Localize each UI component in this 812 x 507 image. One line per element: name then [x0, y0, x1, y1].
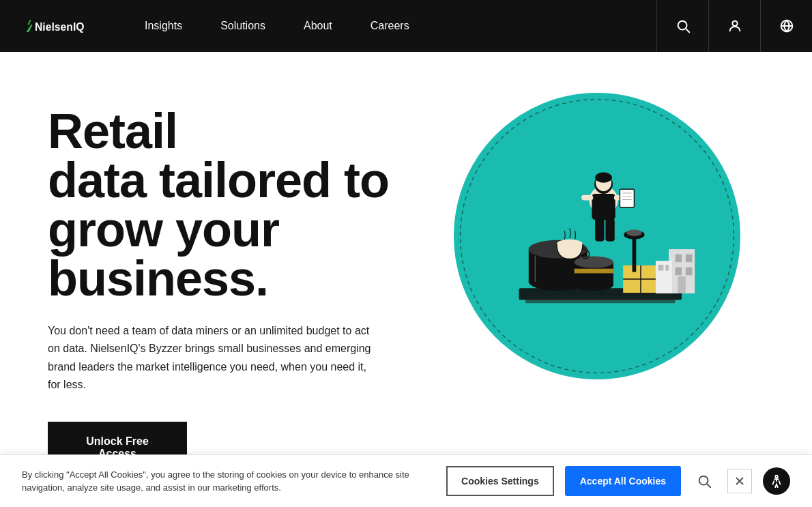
illustration-circle [454, 93, 740, 379]
close-cookie-banner-button[interactable] [727, 469, 752, 493]
navbar: NielsenIQ Insights Solutions About Caree… [0, 0, 812, 52]
logo[interactable]: NielsenIQ [0, 0, 126, 52]
svg-rect-26 [678, 276, 685, 293]
hero-section: Retail data tailored to grow your busine… [0, 52, 812, 507]
svg-rect-8 [525, 298, 676, 304]
nav-link-careers[interactable]: Careers [351, 0, 429, 52]
svg-rect-30 [633, 236, 637, 272]
svg-rect-45 [605, 218, 614, 241]
nav-link-about[interactable]: About [285, 0, 351, 52]
nav-icon-group [656, 0, 812, 52]
svg-rect-23 [686, 255, 693, 262]
cookie-search-icon[interactable] [692, 469, 716, 493]
svg-text:NielsenIQ: NielsenIQ [35, 21, 85, 33]
svg-rect-24 [676, 267, 682, 275]
cookie-text: By clicking "Accept All Cookies", you ag… [22, 468, 435, 495]
account-icon[interactable] [708, 0, 760, 52]
hero-title: Retail data tailored to grow your busine… [48, 106, 403, 303]
svg-rect-38 [581, 195, 593, 201]
svg-rect-25 [686, 267, 693, 275]
search-icon[interactable] [656, 0, 708, 52]
svg-rect-22 [676, 255, 682, 262]
svg-point-32 [626, 229, 642, 236]
nav-link-insights[interactable]: Insights [126, 0, 201, 52]
svg-rect-44 [595, 218, 604, 241]
svg-point-36 [595, 172, 612, 182]
nav-link-solutions[interactable]: Solutions [201, 0, 285, 52]
cookies-settings-button[interactable]: Cookies Settings [446, 466, 554, 496]
svg-rect-28 [658, 265, 664, 271]
svg-rect-29 [665, 265, 669, 271]
hero-illustration [403, 93, 764, 379]
nav-links: Insights Solutions About Careers [126, 0, 656, 52]
svg-rect-27 [656, 261, 672, 293]
svg-line-48 [707, 484, 710, 487]
svg-point-16 [575, 257, 613, 268]
accessibility-icon[interactable] [763, 467, 790, 495]
svg-rect-17 [575, 269, 613, 274]
svg-rect-40 [620, 189, 634, 207]
svg-rect-37 [592, 194, 615, 220]
svg-point-3 [732, 21, 737, 26]
cookie-banner: By clicking "Accept All Cookies", you ag… [0, 454, 812, 507]
accept-all-cookies-button[interactable]: Accept All Cookies [565, 466, 681, 496]
svg-line-2 [686, 29, 689, 32]
language-icon[interactable] [760, 0, 812, 52]
hero-subtitle: You don't need a team of data miners or … [48, 322, 382, 394]
hero-content: Retail data tailored to grow your busine… [48, 93, 403, 507]
